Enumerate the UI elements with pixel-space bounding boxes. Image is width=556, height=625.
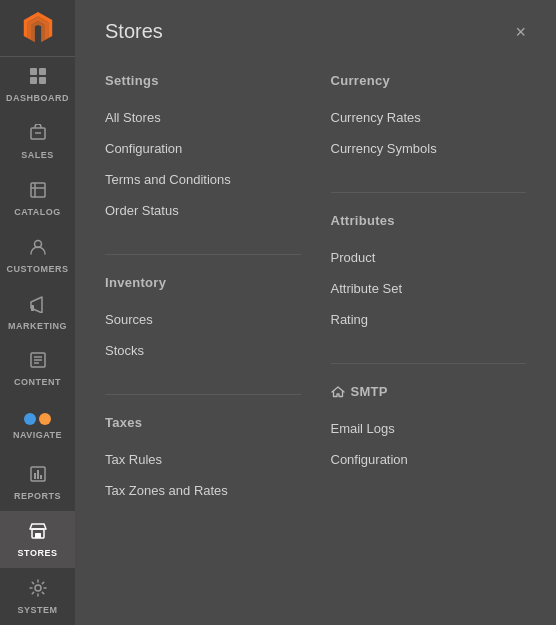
left-column: Settings All Stores Configuration Terms … [105, 73, 321, 534]
svg-rect-6 [31, 183, 45, 197]
svg-point-22 [35, 585, 41, 591]
close-button[interactable]: × [515, 23, 526, 41]
catalog-icon [29, 181, 47, 202]
smtp-heading: SMTP [331, 384, 527, 399]
svg-rect-1 [39, 68, 46, 75]
sidebar-item-label: STORES [18, 548, 58, 558]
terms-conditions-link[interactable]: Terms and Conditions [105, 164, 301, 195]
svg-rect-17 [37, 470, 39, 479]
sidebar-item-catalog[interactable]: CATALOG [0, 171, 75, 228]
smtp-section: SMTP Email Logs Configuration [331, 384, 527, 475]
tax-zones-link[interactable]: Tax Zones and Rates [105, 475, 301, 506]
sidebar-item-system[interactable]: SYSTEM [0, 568, 75, 625]
sidebar-item-dashboard[interactable]: DASHBOARD [0, 57, 75, 114]
reports-icon [29, 465, 47, 486]
columns-wrapper: Settings All Stores Configuration Terms … [105, 73, 526, 534]
dashboard-icon [29, 67, 47, 88]
panel-header: Stores × [105, 20, 526, 43]
sidebar-item-content[interactable]: CONTENT [0, 341, 75, 398]
stores-icon [29, 522, 47, 543]
currency-section: Currency Currency Rates Currency Symbols [331, 73, 527, 164]
sidebar: DASHBOARD SALES CATALOG CUSTOMERS MARKET… [0, 0, 75, 625]
navigate-icon [24, 413, 51, 425]
currency-symbols-link[interactable]: Currency Symbols [331, 133, 527, 164]
content-icon [29, 351, 47, 372]
sidebar-item-label: DASHBOARD [6, 93, 69, 103]
sidebar-item-sales[interactable]: SALES [0, 114, 75, 171]
attribute-set-link[interactable]: Attribute Set [331, 273, 527, 304]
currency-rates-link[interactable]: Currency Rates [331, 102, 527, 133]
attributes-section: Attributes Product Attribute Set Rating [331, 213, 527, 335]
sidebar-logo [0, 0, 75, 57]
magento-logo-icon [22, 12, 54, 44]
configuration-link[interactable]: Configuration [105, 133, 301, 164]
sidebar-item-label: CONTENT [14, 377, 61, 387]
smtp-house-icon [331, 385, 345, 399]
right-column: Currency Currency Rates Currency Symbols… [321, 73, 527, 534]
all-stores-link[interactable]: All Stores [105, 102, 301, 133]
svg-rect-20 [35, 533, 41, 538]
svg-rect-0 [30, 68, 37, 75]
sales-icon [29, 124, 47, 145]
settings-section: Settings All Stores Configuration Terms … [105, 73, 301, 226]
sidebar-item-marketing[interactable]: MARKETING [0, 284, 75, 341]
divider-right-2 [331, 363, 527, 364]
smtp-configuration-link[interactable]: Configuration [331, 444, 527, 475]
inventory-heading: Inventory [105, 275, 301, 290]
sidebar-item-label: NAVIGATE [13, 430, 62, 440]
marketing-icon [29, 295, 47, 316]
sidebar-item-label: MARKETING [8, 321, 67, 331]
sidebar-item-navigate[interactable]: NAVIGATE [0, 398, 75, 455]
attributes-heading: Attributes [331, 213, 527, 228]
divider-left-2 [105, 394, 301, 395]
product-link[interactable]: Product [331, 242, 527, 273]
svg-rect-18 [40, 475, 42, 479]
tax-rules-link[interactable]: Tax Rules [105, 444, 301, 475]
sidebar-item-stores[interactable]: STORES [0, 511, 75, 568]
sidebar-item-reports[interactable]: REPORTS [0, 455, 75, 512]
panel-title: Stores [105, 20, 163, 43]
divider-right-1 [331, 192, 527, 193]
svg-rect-3 [39, 77, 46, 84]
email-logs-link[interactable]: Email Logs [331, 413, 527, 444]
sidebar-item-customers[interactable]: CUSTOMERS [0, 227, 75, 284]
sidebar-item-label: CUSTOMERS [7, 264, 69, 274]
settings-heading: Settings [105, 73, 301, 88]
sources-link[interactable]: Sources [105, 304, 301, 335]
customers-icon [29, 238, 47, 259]
taxes-heading: Taxes [105, 415, 301, 430]
sidebar-item-label: REPORTS [14, 491, 61, 501]
sidebar-item-label: SYSTEM [17, 605, 57, 615]
rating-link[interactable]: Rating [331, 304, 527, 335]
sidebar-item-label: SALES [21, 150, 54, 160]
svg-rect-16 [34, 473, 36, 479]
order-status-link[interactable]: Order Status [105, 195, 301, 226]
inventory-section: Inventory Sources Stocks [105, 275, 301, 366]
svg-rect-10 [31, 305, 34, 311]
stocks-link[interactable]: Stocks [105, 335, 301, 366]
system-icon [29, 579, 47, 600]
currency-heading: Currency [331, 73, 527, 88]
divider-left-1 [105, 254, 301, 255]
stores-panel: Stores × Settings All Stores Configurati… [75, 0, 556, 625]
svg-rect-2 [30, 77, 37, 84]
sidebar-item-label: CATALOG [14, 207, 61, 217]
taxes-section: Taxes Tax Rules Tax Zones and Rates [105, 415, 301, 506]
